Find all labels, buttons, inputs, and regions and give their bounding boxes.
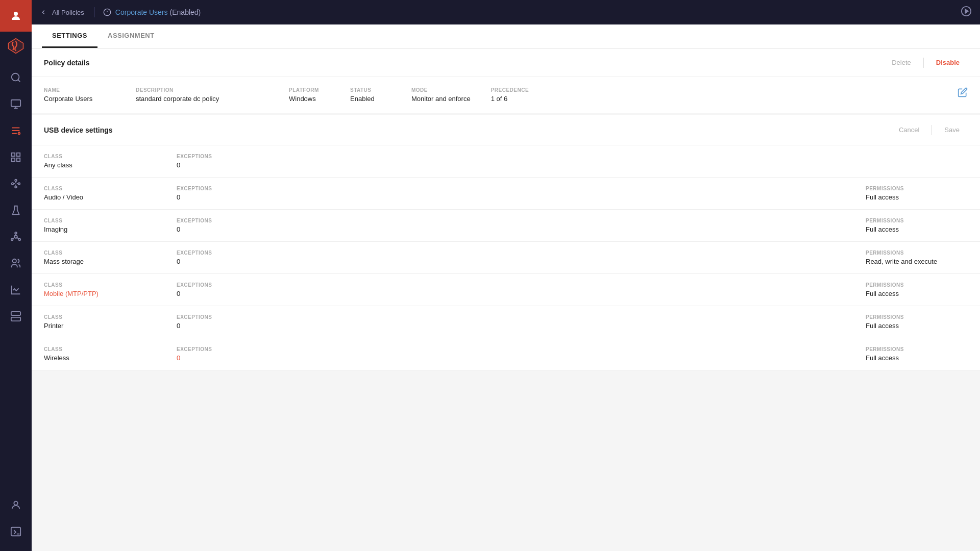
svg-rect-32 (11, 312, 20, 315)
sidebar (0, 0, 32, 551)
back-label: All Policies (52, 9, 84, 16)
printer-exceptions-field: EXCEPTIONS 0 (177, 314, 238, 330)
svg-point-17 (15, 180, 17, 182)
svg-marker-43 (965, 9, 968, 13)
svg-point-0 (14, 12, 18, 16)
svg-point-26 (19, 239, 21, 241)
wireless-permissions-value: Full access (866, 354, 968, 362)
usb-row-wireless: CLASS Wireless EXCEPTIONS 0 PERMISSIONS … (32, 338, 980, 370)
mobile-permissions-label: PERMISSIONS (866, 282, 968, 288)
wireless-class-label: CLASS (44, 346, 156, 352)
printer-permissions-label: PERMISSIONS (866, 314, 968, 320)
any-class-field: CLASS Any class (44, 154, 156, 169)
back-button[interactable]: All Policies (40, 9, 94, 16)
sidebar-item-graph2[interactable] (0, 277, 32, 303)
imaging-class-field: CLASS Imaging (44, 218, 156, 233)
imaging-permissions-value: Full access (866, 226, 968, 233)
content-area: Policy details Delete Disable NAME Corpo… (32, 48, 980, 551)
wireless-exceptions-label: EXCEPTIONS (177, 346, 238, 352)
svg-line-29 (17, 237, 19, 239)
sidebar-item-search[interactable] (0, 64, 32, 91)
imaging-permissions-field: PERMISSIONS Full access (866, 218, 968, 233)
sidebar-item-network[interactable] (0, 223, 32, 250)
mode-value: Monitor and enforce (411, 95, 471, 103)
edit-policy-button[interactable] (958, 87, 968, 97)
cancel-button[interactable]: Cancel (891, 123, 927, 137)
wireless-exceptions-value[interactable]: 0 (177, 354, 238, 362)
mass-storage-exceptions-value: 0 (177, 258, 238, 265)
policy-details-section: Policy details Delete Disable NAME Corpo… (32, 48, 980, 113)
mass-storage-permissions-label: PERMISSIONS (866, 250, 968, 256)
tab-settings[interactable]: SETTINGS (42, 24, 97, 48)
sidebar-item-graph[interactable] (0, 170, 32, 197)
topbar-actions (961, 6, 972, 19)
svg-rect-15 (17, 158, 20, 161)
audio-video-permissions-label: PERMISSIONS (866, 186, 968, 191)
sidebar-item-grid[interactable] (0, 144, 32, 170)
wireless-permissions-label: PERMISSIONS (866, 346, 968, 352)
printer-exceptions-label: EXCEPTIONS (177, 314, 238, 320)
policy-details-title: Policy details (44, 59, 884, 67)
mobile-exceptions-field: EXCEPTIONS 0 (177, 282, 238, 297)
policy-mode-field: MODE Monitor and enforce (411, 87, 471, 103)
svg-point-27 (11, 239, 13, 241)
mobile-class-label: CLASS (44, 282, 156, 288)
platform-label: PLATFORM (289, 87, 330, 93)
topbar-separator (94, 7, 95, 17)
name-label: NAME (44, 87, 115, 93)
mass-storage-class-label: CLASS (44, 250, 156, 256)
disable-button[interactable]: Disable (928, 56, 968, 69)
usb-actions: Cancel Save (891, 123, 968, 137)
status-label: STATUS (350, 87, 391, 93)
avatar[interactable] (0, 0, 32, 32)
any-class-exceptions-field: EXCEPTIONS 0 (177, 154, 238, 169)
description-value: standard corporate dc policy (136, 95, 268, 103)
sidebar-item-user-bottom[interactable] (0, 492, 32, 518)
svg-point-36 (14, 502, 17, 505)
imaging-exceptions-value: 0 (177, 226, 238, 233)
mobile-permissions-value: Full access (866, 290, 968, 297)
svg-rect-33 (11, 317, 20, 321)
audio-video-class-field: CLASS Audio / Video (44, 186, 156, 201)
play-button[interactable] (961, 6, 972, 19)
tab-assignment[interactable]: ASSIGNMENT (97, 24, 165, 48)
topbar: All Policies Corporate Users (Enabled) (32, 0, 980, 24)
mass-storage-class-field: CLASS Mass storage (44, 250, 156, 265)
wireless-permissions-field: PERMISSIONS Full access (866, 346, 968, 362)
usb-settings-header: USB device settings Cancel Save (32, 115, 980, 145)
usb-settings-section: USB device settings Cancel Save CLASS An… (32, 115, 980, 370)
mobile-class-value[interactable]: Mobile (MTP/PTP) (44, 290, 156, 297)
svg-point-18 (18, 183, 20, 185)
printer-permissions-value: Full access (866, 322, 968, 330)
main-content: All Policies Corporate Users (Enabled) S… (32, 0, 980, 551)
printer-permissions-field: PERMISSIONS Full access (866, 314, 968, 330)
usb-settings-title: USB device settings (44, 126, 891, 134)
description-label: DESCRIPTION (136, 87, 268, 93)
sidebar-item-monitor[interactable] (0, 91, 32, 117)
sidebar-item-terminal[interactable] (0, 518, 32, 545)
svg-line-30 (13, 237, 15, 239)
sidebar-item-server[interactable] (0, 303, 32, 330)
wireless-class-field: CLASS Wireless (44, 346, 156, 362)
mobile-exceptions-value: 0 (177, 290, 238, 297)
imaging-class-value: Imaging (44, 226, 156, 233)
precedence-label: PRECEDENCE (491, 87, 532, 93)
svg-point-25 (15, 232, 17, 234)
mass-storage-permissions-value: Read, write and execute (866, 258, 968, 265)
audio-video-permissions-value: Full access (866, 193, 968, 201)
sidebar-item-flask[interactable] (0, 197, 32, 223)
audio-video-exceptions-value: 0 (177, 193, 238, 201)
mass-storage-exceptions-field: EXCEPTIONS 0 (177, 250, 238, 265)
any-class-value: Any class (44, 161, 156, 169)
wireless-exceptions-field: EXCEPTIONS 0 (177, 346, 238, 362)
svg-rect-13 (17, 153, 20, 156)
mode-label: MODE (411, 87, 471, 93)
sidebar-item-policies[interactable] (0, 117, 32, 144)
delete-button[interactable]: Delete (884, 56, 919, 69)
svg-point-10 (18, 133, 20, 135)
policy-name-field: NAME Corporate Users (44, 87, 115, 103)
usb-row-audio-video: CLASS Audio / Video EXCEPTIONS 0 PERMISS… (32, 178, 980, 210)
svg-line-3 (18, 80, 20, 82)
save-button[interactable]: Save (936, 123, 968, 137)
sidebar-item-users[interactable] (0, 250, 32, 277)
